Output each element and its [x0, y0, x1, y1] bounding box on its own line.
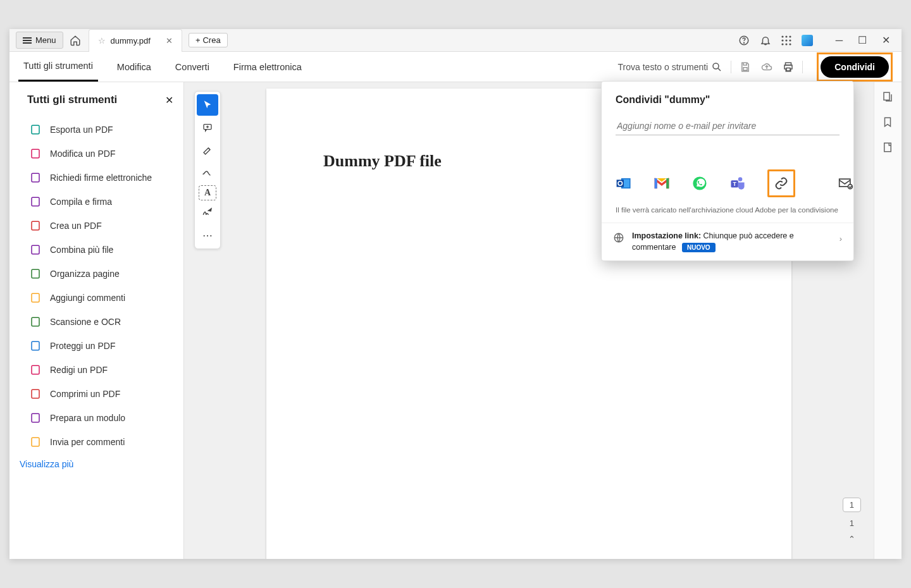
tool-item[interactable]: Crea un PDF	[27, 214, 173, 238]
copy-link-icon[interactable]	[773, 175, 790, 192]
tool-item[interactable]: Invia per commenti	[27, 430, 173, 454]
svg-rect-15	[32, 125, 39, 134]
svg-point-1	[743, 42, 744, 43]
new-tab-button[interactable]: + Crea	[189, 33, 228, 47]
svg-rect-14	[786, 68, 790, 71]
create-label: Crea	[202, 35, 220, 45]
menu-button[interactable]: Menu	[16, 32, 63, 49]
svg-rect-36	[655, 178, 657, 188]
gmail-icon[interactable]	[654, 175, 670, 192]
star-icon[interactable]: ☆	[98, 36, 106, 46]
view-more-link[interactable]: Visualizza più	[20, 454, 173, 469]
save-icon[interactable]	[739, 61, 752, 73]
draw-tool[interactable]	[197, 162, 218, 184]
sidebar-title: Tutti gli strumenti	[27, 94, 117, 106]
select-tool[interactable]	[197, 94, 218, 116]
tool-label: Combina più file	[50, 245, 113, 255]
tool-item[interactable]: Esporta un PDF	[27, 118, 173, 142]
svg-rect-21	[32, 269, 39, 278]
sidebar-close[interactable]: ✕	[165, 94, 173, 106]
window-minimize[interactable]: ─	[836, 35, 843, 46]
apps-grid-icon[interactable]	[781, 35, 791, 46]
search-icon[interactable]	[710, 61, 723, 73]
sidebar-title-row: Tutti gli strumenti ✕	[27, 94, 173, 106]
navtab-sign[interactable]: Firma elettronica	[228, 53, 307, 81]
svg-point-6	[785, 39, 787, 41]
svg-point-7	[789, 39, 791, 41]
page-input[interactable]: 1	[843, 498, 861, 512]
pages-icon[interactable]	[882, 142, 895, 154]
tools-sidebar: Tutti gli strumenti ✕ Esporta un PDFModi…	[9, 82, 184, 559]
tool-label: Compila e firma	[50, 197, 112, 207]
svg-rect-12	[743, 67, 747, 70]
tool-item[interactable]: Richiedi firme elettroniche	[27, 166, 173, 190]
tool-label: Crea un PDF	[50, 221, 102, 231]
cloud-upload-icon[interactable]	[760, 61, 773, 73]
search-hint[interactable]: Trova testo o strumenti	[618, 62, 709, 72]
document-tab[interactable]: ☆ dummy.pdf ✕	[89, 29, 182, 52]
tool-item[interactable]: Redigi un PDF	[27, 358, 173, 382]
text-tool[interactable]: A	[199, 185, 216, 200]
tool-icon	[30, 436, 41, 448]
mail-settings-icon[interactable]	[838, 175, 853, 192]
svg-point-10	[789, 43, 791, 45]
home-button[interactable]	[70, 35, 81, 46]
svg-point-9	[785, 43, 787, 45]
outlook-icon[interactable]	[616, 175, 632, 192]
tool-label: Comprimi un PDF	[50, 389, 120, 399]
tool-icon	[30, 220, 41, 231]
share-invite-input[interactable]	[616, 117, 840, 135]
tool-icon	[30, 340, 41, 352]
tool-label: Invia per commenti	[50, 437, 125, 447]
link-settings-row[interactable]: Impostazione link: Chiunque può accedere…	[602, 223, 853, 260]
share-button[interactable]: Condividi	[821, 56, 889, 78]
svg-text:T: T	[733, 181, 736, 187]
bookmark-icon[interactable]	[882, 116, 895, 129]
tool-item[interactable]: Compila e firma	[27, 190, 173, 214]
new-badge: NUOVO	[682, 243, 716, 252]
tool-item[interactable]: Organizza pagine	[27, 262, 173, 286]
print-icon[interactable]	[782, 61, 795, 73]
globe-icon	[613, 232, 624, 243]
tool-label: Esporta un PDF	[50, 125, 113, 135]
page-up-icon[interactable]: ⌃	[848, 534, 855, 544]
notifications-icon[interactable]	[760, 35, 771, 46]
teams-icon[interactable]: T	[729, 175, 746, 192]
plus-icon: +	[195, 35, 201, 45]
navtab-convert[interactable]: Converti	[170, 53, 214, 81]
tool-item[interactable]: Prepara un modulo	[27, 406, 173, 430]
highlight-tool[interactable]	[197, 140, 218, 161]
cloud-storage-icon[interactable]	[802, 35, 813, 46]
tool-icon	[30, 316, 41, 328]
tab-close-button[interactable]: ✕	[166, 36, 173, 46]
comment-tool[interactable]	[197, 117, 218, 138]
svg-point-5	[781, 39, 783, 41]
right-rail	[874, 82, 902, 559]
tool-item[interactable]: Comprimi un PDF	[27, 382, 173, 406]
whatsapp-icon[interactable]	[691, 175, 708, 192]
tool-icon	[30, 244, 41, 255]
svg-rect-28	[32, 438, 39, 446]
tool-icon	[30, 388, 41, 400]
tool-item[interactable]: Aggiungi commenti	[27, 286, 173, 310]
tool-icon	[30, 412, 41, 424]
window-maximize[interactable]: ☐	[858, 34, 867, 46]
tool-icon	[30, 268, 41, 279]
copy-link-highlight	[767, 169, 795, 197]
tool-item[interactable]: Scansione e OCR	[27, 310, 173, 334]
navtab-tools[interactable]: Tutti gli strumenti	[18, 52, 98, 82]
svg-rect-24	[32, 341, 39, 350]
toolbar: Tutti gli strumenti Modifica Converti Fi…	[9, 52, 902, 82]
panel-icon-1[interactable]	[882, 91, 895, 104]
help-icon[interactable]	[738, 35, 750, 46]
sign-tool[interactable]	[197, 202, 218, 223]
svg-rect-17	[32, 173, 39, 182]
more-tools[interactable]: ⋯	[197, 224, 218, 246]
tool-label: Scansione e OCR	[50, 317, 121, 327]
page-indicator: 1 1 ⌃	[843, 498, 861, 544]
tool-item[interactable]: Proteggi un PDF	[27, 334, 173, 358]
window-close[interactable]: ✕	[882, 34, 890, 46]
navtab-edit[interactable]: Modifica	[112, 53, 156, 81]
tool-item[interactable]: Modifica un PDF	[27, 142, 173, 166]
tool-item[interactable]: Combina più file	[27, 238, 173, 262]
